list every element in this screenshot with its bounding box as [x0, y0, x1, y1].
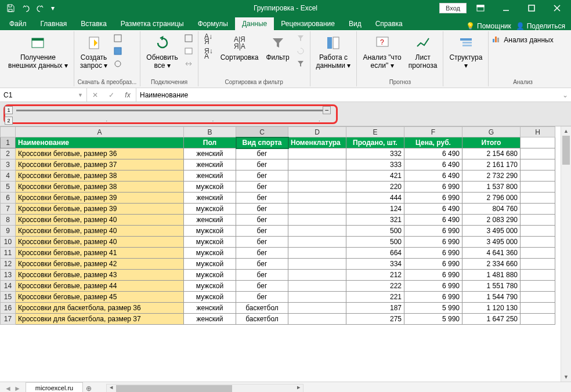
- tab-файл[interactable]: Файл: [2, 17, 34, 30]
- cell[interactable]: 4 641 360: [462, 248, 521, 259]
- cell[interactable]: Кроссовки для баскетбола, размер 36: [16, 303, 184, 314]
- cell[interactable]: Кроссовки беговые, размер 45: [16, 292, 184, 303]
- select-all-button[interactable]: [1, 127, 16, 137]
- save-button[interactable]: [3, 1, 17, 15]
- cell[interactable]: 2 796 000: [462, 193, 521, 204]
- close-button[interactable]: [545, 0, 569, 16]
- cell[interactable]: мужской: [184, 259, 236, 270]
- header-cell[interactable]: Цена, руб.: [404, 137, 462, 148]
- column-header-H[interactable]: H: [521, 127, 555, 137]
- column-header-B[interactable]: B: [184, 127, 236, 137]
- sheet-nav-next-button[interactable]: ►: [14, 384, 21, 393]
- cell[interactable]: [288, 159, 346, 170]
- redo-button[interactable]: [34, 1, 48, 15]
- row-header-13[interactable]: 13: [1, 270, 16, 281]
- cell[interactable]: [521, 292, 555, 303]
- cell[interactable]: Кроссовки беговые, размер 40: [16, 226, 184, 237]
- row-header-6[interactable]: 6: [1, 193, 16, 204]
- column-header-G[interactable]: G: [462, 127, 521, 137]
- cell[interactable]: 2 083 290: [462, 215, 521, 226]
- cell[interactable]: 500: [346, 237, 404, 248]
- cell[interactable]: 804 760: [462, 204, 521, 215]
- header-cell[interactable]: Наименование: [16, 137, 184, 148]
- cell[interactable]: мужской: [184, 226, 236, 237]
- vertical-scrollbar[interactable]: ▲ ▼: [561, 126, 571, 382]
- cell[interactable]: 332: [346, 148, 404, 159]
- header-cell[interactable]: Вид спорта: [236, 137, 288, 148]
- expand-formula-bar-button[interactable]: ⌄: [559, 91, 571, 99]
- tab-рецензирование[interactable]: Рецензирование: [274, 17, 342, 30]
- recent-sources-button[interactable]: [112, 58, 124, 70]
- cell[interactable]: 6 490: [404, 148, 462, 159]
- cell[interactable]: 6 990: [404, 292, 462, 303]
- cell[interactable]: [521, 270, 555, 281]
- cell[interactable]: Кроссовки беговые, размер 40: [16, 215, 184, 226]
- cell[interactable]: 334: [346, 259, 404, 270]
- sheet-nav-prev-button[interactable]: ◄: [5, 384, 12, 393]
- cell[interactable]: 221: [346, 292, 404, 303]
- cell[interactable]: 275: [346, 314, 404, 325]
- worksheet[interactable]: ABCDEFGH 1НаименованиеПолВид спортаНомен…: [0, 126, 555, 325]
- cell[interactable]: 1 481 880: [462, 270, 521, 281]
- refresh-all-button[interactable]: Обновить все ▾: [144, 32, 180, 71]
- row-header-14[interactable]: 14: [1, 281, 16, 292]
- cell[interactable]: [521, 182, 555, 193]
- cell[interactable]: Кроссовки беговые, размер 36: [16, 148, 184, 159]
- cell[interactable]: мужской: [184, 237, 236, 248]
- cell[interactable]: бег: [236, 248, 288, 259]
- outline-level-1-button[interactable]: 1: [5, 106, 13, 114]
- cell[interactable]: 2 154 680: [462, 148, 521, 159]
- tab-данные[interactable]: Данные: [235, 17, 274, 30]
- cell[interactable]: бег: [236, 215, 288, 226]
- cell[interactable]: 6 990: [404, 193, 462, 204]
- cell[interactable]: 421: [346, 170, 404, 182]
- cell[interactable]: 664: [346, 248, 404, 259]
- cell[interactable]: Кроссовки беговые, размер 43: [16, 270, 184, 281]
- cell[interactable]: [288, 281, 346, 292]
- what-if-button[interactable]: ? Анализ "что если" ▾: [360, 32, 403, 71]
- column-header-F[interactable]: F: [404, 127, 462, 137]
- filter-button[interactable]: Фильтр: [263, 32, 292, 63]
- outline-button[interactable]: Структура ▾: [447, 32, 485, 71]
- cell[interactable]: [288, 193, 346, 204]
- row-header-11[interactable]: 11: [1, 248, 16, 259]
- cell[interactable]: 6 990: [404, 237, 462, 248]
- cell[interactable]: [288, 215, 346, 226]
- from-table-button[interactable]: [112, 45, 124, 57]
- cell[interactable]: 6 990: [404, 248, 462, 259]
- cell[interactable]: 321: [346, 215, 404, 226]
- cell[interactable]: 3 495 000: [462, 237, 521, 248]
- cell[interactable]: 6 990: [404, 281, 462, 292]
- cell[interactable]: [288, 204, 346, 215]
- cell[interactable]: бег: [236, 259, 288, 270]
- minimize-button[interactable]: [494, 0, 518, 16]
- cell[interactable]: женский: [184, 148, 236, 159]
- row-header-10[interactable]: 10: [1, 237, 16, 248]
- cell[interactable]: женский: [184, 193, 236, 204]
- cell[interactable]: Кроссовки беговые, размер 41: [16, 248, 184, 259]
- cell[interactable]: бег: [236, 226, 288, 237]
- cell[interactable]: 500: [346, 226, 404, 237]
- cell[interactable]: 220: [346, 182, 404, 193]
- column-header-C[interactable]: C: [236, 127, 288, 137]
- row-header-8[interactable]: 8: [1, 215, 16, 226]
- cell[interactable]: [521, 148, 555, 159]
- cell[interactable]: 1 551 780: [462, 281, 521, 292]
- cell[interactable]: 1 537 800: [462, 182, 521, 193]
- cell[interactable]: бег: [236, 292, 288, 303]
- cell[interactable]: [288, 259, 346, 270]
- cell[interactable]: 2 732 290: [462, 170, 521, 182]
- cell[interactable]: бег: [236, 193, 288, 204]
- cell[interactable]: 212: [346, 270, 404, 281]
- clear-filter-button[interactable]: [295, 32, 306, 44]
- cancel-formula-button[interactable]: ✕: [87, 88, 103, 102]
- cell[interactable]: бег: [236, 204, 288, 215]
- header-cell[interactable]: Пол: [184, 137, 236, 148]
- cell[interactable]: бег: [236, 148, 288, 159]
- cell[interactable]: 5 990: [404, 314, 462, 325]
- row-header-9[interactable]: 9: [1, 226, 16, 237]
- row-header-5[interactable]: 5: [1, 182, 16, 193]
- signin-button[interactable]: Вход: [439, 3, 467, 13]
- cell[interactable]: 3 495 000: [462, 226, 521, 237]
- cell[interactable]: мужской: [184, 248, 236, 259]
